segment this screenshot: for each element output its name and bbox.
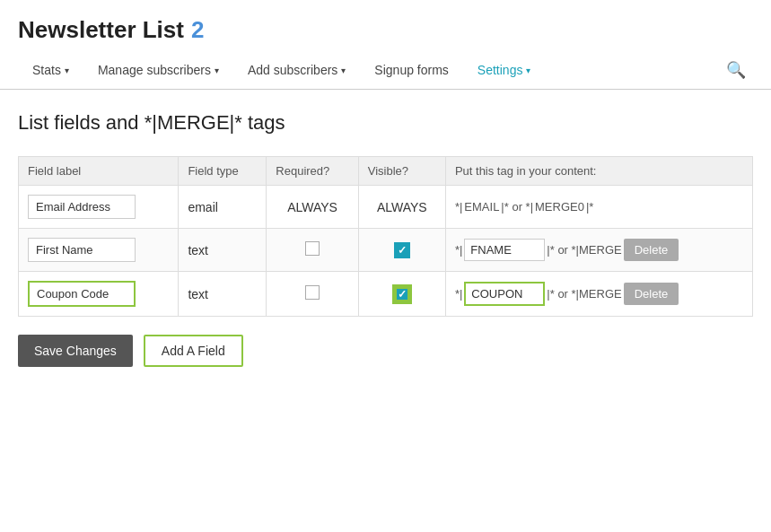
- bottom-buttons: Save Changes Add A Field: [18, 335, 753, 367]
- tag-email-text: EMAIL: [464, 200, 499, 214]
- nav-stats-label: Stats: [32, 63, 61, 77]
- col-header-tag: Put this tag in your content:: [445, 157, 752, 186]
- nav-manage-label: Manage subscribers: [98, 63, 211, 77]
- field-label-cell: [19, 229, 179, 272]
- field-type-cell: email: [179, 186, 267, 229]
- chevron-down-icon: ▾: [215, 65, 219, 75]
- chevron-down-icon: ▾: [65, 65, 69, 75]
- search-icon[interactable]: 🔍: [719, 51, 753, 89]
- coupon-merge-tag-input[interactable]: [464, 282, 545, 306]
- nav-bar: Stats ▾ Manage subscribers ▾ Add subscri…: [0, 51, 771, 90]
- tag-star-prefix: *|: [455, 287, 462, 301]
- delete-button[interactable]: Delete: [624, 239, 679, 261]
- col-header-required: Required?: [267, 157, 358, 186]
- save-changes-button[interactable]: Save Changes: [18, 335, 133, 367]
- table-row: text *| |* or *|MERGE Delete: [19, 272, 753, 317]
- tag-middle-text: |* or *|: [501, 200, 533, 214]
- coupon-code-field[interactable]: [28, 281, 136, 307]
- page-title: Newsletter List: [18, 16, 184, 44]
- col-header-field-type: Field type: [179, 157, 267, 186]
- nav-settings-label: Settings: [477, 63, 523, 77]
- email-address-field[interactable]: [28, 195, 136, 219]
- chevron-down-icon: ▾: [526, 65, 530, 75]
- field-label-cell: [19, 272, 179, 317]
- merge-tag-group: *| |* or *|MERGE Delete: [455, 282, 743, 306]
- field-type-value: email: [188, 200, 217, 214]
- table-row: email ALWAYS ALWAYS *| EMAIL |* or *| ME…: [19, 186, 753, 229]
- visible-cell: ALWAYS: [358, 186, 445, 229]
- field-label-cell: [19, 186, 179, 229]
- fname-merge-tag-input[interactable]: [464, 239, 545, 261]
- nav-item-settings[interactable]: Settings ▾: [463, 54, 546, 86]
- tag-cell: *| |* or *|MERGE Delete: [445, 229, 752, 272]
- tag-star-suffix: |*: [586, 200, 593, 214]
- required-cell: [267, 272, 358, 317]
- col-header-field-label: Field label: [19, 157, 179, 186]
- tag-merge0-text: MERGE0: [535, 200, 584, 214]
- tag-star-prefix: *|: [455, 200, 462, 214]
- nav-item-manage-subscribers[interactable]: Manage subscribers ▾: [83, 54, 233, 86]
- field-type-cell: text: [179, 229, 267, 272]
- nav-item-stats[interactable]: Stats ▾: [18, 54, 83, 86]
- merge-tag-group: *| EMAIL |* or *| MERGE0 |*: [455, 200, 743, 214]
- tag-suffix-text: |* or *|MERGE: [547, 243, 621, 257]
- col-header-visible: Visible?: [358, 157, 445, 186]
- fields-table: Field label Field type Required? Visible…: [18, 156, 753, 317]
- chevron-down-icon: ▾: [341, 65, 346, 75]
- field-type-value: text: [188, 287, 208, 301]
- page-title-number: 2: [191, 16, 204, 44]
- required-checkbox[interactable]: [305, 285, 320, 300]
- visible-checkbox[interactable]: [394, 286, 410, 302]
- delete-button[interactable]: Delete: [624, 283, 679, 305]
- visible-checkbox[interactable]: [394, 242, 410, 258]
- required-checkbox[interactable]: [305, 241, 320, 256]
- tag-suffix-text: |* or *|MERGE: [547, 287, 621, 301]
- nav-add-label: Add subscribers: [248, 63, 337, 77]
- nav-item-add-subscribers[interactable]: Add subscribers ▾: [233, 54, 360, 86]
- nav-signup-label: Signup forms: [374, 63, 448, 77]
- add-field-button[interactable]: Add A Field: [144, 335, 243, 367]
- merge-tag-group: *| |* or *|MERGE Delete: [455, 239, 743, 261]
- first-name-field[interactable]: [28, 238, 136, 262]
- table-row: text *| |* or *|MERGE Delete: [19, 229, 753, 272]
- tag-cell: *| EMAIL |* or *| MERGE0 |*: [445, 186, 752, 229]
- tag-cell: *| |* or *|MERGE Delete: [445, 272, 752, 317]
- field-type-cell: text: [179, 272, 267, 317]
- visible-cell: [358, 229, 445, 272]
- page-header: Newsletter List 2: [0, 0, 771, 51]
- tag-star-prefix: *|: [455, 243, 462, 257]
- main-content: List fields and *|MERGE|* tags Field lab…: [0, 90, 771, 385]
- required-always-text: ALWAYS: [287, 200, 337, 214]
- field-type-value: text: [188, 243, 208, 257]
- nav-item-signup-forms[interactable]: Signup forms: [360, 54, 462, 86]
- section-title: List fields and *|MERGE|* tags: [18, 111, 753, 135]
- visible-always-text: ALWAYS: [377, 200, 427, 214]
- required-cell: ALWAYS: [267, 186, 358, 229]
- visible-cell: [358, 272, 445, 317]
- required-cell: [267, 229, 358, 272]
